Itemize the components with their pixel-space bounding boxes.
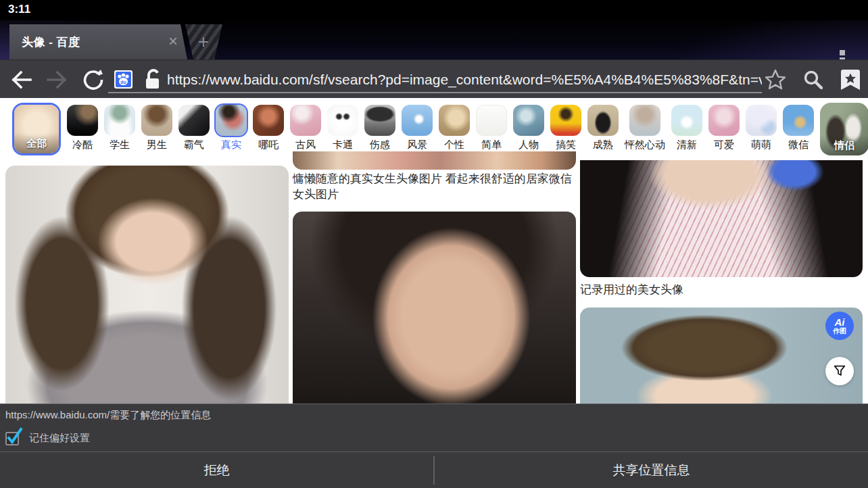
photo-card-bangs-closeup[interactable] [580, 308, 863, 404]
chip-thumbnail [67, 105, 98, 136]
chip-label: 怦然心动 [625, 139, 665, 151]
remember-preference-label: 记住偏好设置 [29, 432, 90, 445]
chip-renwu[interactable]: 人物 [513, 98, 544, 151]
back-icon[interactable] [9, 60, 34, 99]
chip-qinglv[interactable]: 情侣 [820, 103, 868, 155]
navigation-bar: du https://www.baidu.com/sf/vsearch?pd=i… [0, 59, 868, 98]
chip-thumbnail [364, 105, 395, 136]
chip-thumbnail [708, 105, 740, 136]
chip-thumbnail [253, 105, 284, 136]
chip-gaoxiao[interactable]: 搞笑 [550, 98, 581, 151]
chip-label: 萌萌 [751, 139, 771, 151]
chip-katong[interactable]: 卡通 [327, 98, 358, 151]
chip-qingxin[interactable]: 清新 [671, 98, 702, 151]
caption-cozy-wechat-avatars[interactable]: 慵懒随意的真实女生头像图片 看起来很舒适的居家微信女头图片 [293, 171, 576, 202]
chip-pengranxindong[interactable]: 怦然心动 [625, 98, 665, 151]
ai-button-line2: 作图 [833, 327, 846, 335]
photo-card-cropped-top[interactable] [293, 151, 576, 170]
chip-thumbnail [671, 105, 702, 136]
dialog-buttons: 拒绝 共享位置信息 [0, 452, 868, 488]
ai-button-line1: Ai [835, 317, 845, 327]
remember-preference-checkbox[interactable]: 记住偏好设置 [5, 429, 90, 447]
chip-thumbnail [141, 105, 172, 136]
chip-thumbnail [550, 105, 581, 136]
chip-thumbnail [783, 105, 814, 136]
chip-label: 伤感 [370, 139, 390, 151]
chip-label: 成熟 [593, 139, 613, 151]
chip-keai[interactable]: 可爱 [708, 98, 740, 151]
chip-shanggan[interactable]: 伤感 [364, 98, 395, 151]
chip-label: 个性 [444, 139, 464, 151]
chip-thumbnail [746, 105, 777, 136]
chip-nansheng[interactable]: 男生 [141, 98, 172, 151]
bookmark-star-icon[interactable] [763, 60, 788, 99]
chip-thumbnail [587, 105, 619, 136]
chip-label: 微信 [788, 139, 809, 151]
status-bar: 3:11 [0, 0, 868, 20]
chip-label: 哪吒 [258, 139, 279, 151]
tab-title: 头像 - 百度 [22, 34, 80, 50]
chip-label: 全部 [14, 137, 59, 150]
funnel-icon [833, 364, 846, 378]
chip-weixin[interactable]: 微信 [783, 98, 814, 151]
chip-thumbnail [290, 105, 321, 136]
forward-icon [45, 60, 69, 99]
chip-label: 简单 [481, 139, 502, 151]
chip-thumbnail [402, 105, 433, 136]
chip-lengku[interactable]: 冷酷 [67, 98, 98, 151]
chip-label: 真实 [221, 139, 241, 151]
chip-thumbnail [439, 105, 470, 136]
chip-xuesheng[interactable]: 学生 [104, 98, 135, 151]
clock: 3:11 [8, 3, 30, 16]
chip-jiandan[interactable]: 简单 [476, 98, 507, 151]
chip-thumbnail [476, 105, 507, 136]
chip-fengjing[interactable]: 风景 [402, 98, 433, 151]
filter-button[interactable] [825, 357, 854, 385]
chip-thumbnail [104, 105, 135, 136]
new-tab-button[interactable]: + [183, 24, 222, 59]
category-chips-row: 全部 冷酷 学生 男生 霸气 真实 哪吒 古风 卡通 伤感 风景 个性 简单 人… [0, 98, 868, 156]
search-icon[interactable] [800, 60, 826, 99]
deny-button[interactable]: 拒绝 [0, 452, 433, 488]
tab-close-icon[interactable]: × [164, 31, 182, 51]
checkbox-checked-icon [5, 432, 18, 445]
photo-card-girl-hand-over-face[interactable] [5, 166, 289, 404]
chip-thumbnail [216, 105, 247, 136]
chip-nezha[interactable]: 哪吒 [253, 98, 284, 151]
chip-thumbnail [513, 105, 544, 136]
chip-thumbnail [178, 105, 210, 136]
geolocation-permission-dialog: https://www.baidu.com/需要了解您的位置信息 记住偏好设置 … [0, 404, 868, 488]
chip-all[interactable]: 全部 [12, 103, 61, 155]
chip-baqi[interactable]: 霸气 [178, 98, 210, 151]
svg-text:du: du [120, 80, 126, 84]
chip-thumbnail [629, 105, 660, 136]
chip-gexing[interactable]: 个性 [439, 98, 470, 151]
photo-card-pink-striped-top[interactable] [580, 160, 863, 277]
chip-label: 霸气 [184, 139, 204, 151]
bookmarks-list-icon[interactable] [838, 60, 863, 99]
photo-card-dark-hair-closeup[interactable] [293, 212, 576, 404]
chip-label: 清新 [677, 139, 697, 151]
chip-label: 搞笑 [556, 139, 576, 151]
chip-label: 男生 [147, 139, 167, 151]
chip-label: 情侣 [820, 139, 868, 152]
chip-label: 人物 [519, 139, 539, 151]
chip-chengshu[interactable]: 成熟 [587, 98, 619, 151]
tab-baidu[interactable]: 头像 - 百度 × [9, 24, 187, 59]
chip-label: 学生 [110, 139, 130, 151]
chip-label: 风景 [407, 139, 427, 151]
refresh-icon[interactable] [81, 60, 105, 99]
caption-beauty-avatars-record[interactable]: 记录用过的美女头像 [580, 282, 863, 297]
share-location-button[interactable]: 共享位置信息 [435, 452, 868, 488]
chip-label: 卡通 [333, 139, 353, 151]
ai-drawing-button[interactable]: Ai 作图 [825, 312, 854, 340]
chip-zhenshi[interactable]: 真实 [216, 98, 247, 151]
chip-label: 可爱 [714, 139, 734, 151]
plus-icon: + [195, 31, 212, 53]
geolocation-message: https://www.baidu.com/需要了解您的位置信息 [5, 409, 211, 422]
chip-gufeng[interactable]: 古风 [290, 98, 321, 151]
browser-screen: 3:11 头像 - 百度 × + du [0, 0, 868, 488]
chip-label: 冷酷 [72, 139, 93, 151]
tab-bar: 头像 - 百度 × + [0, 20, 868, 59]
chip-mengmeng[interactable]: 萌萌 [746, 98, 777, 151]
